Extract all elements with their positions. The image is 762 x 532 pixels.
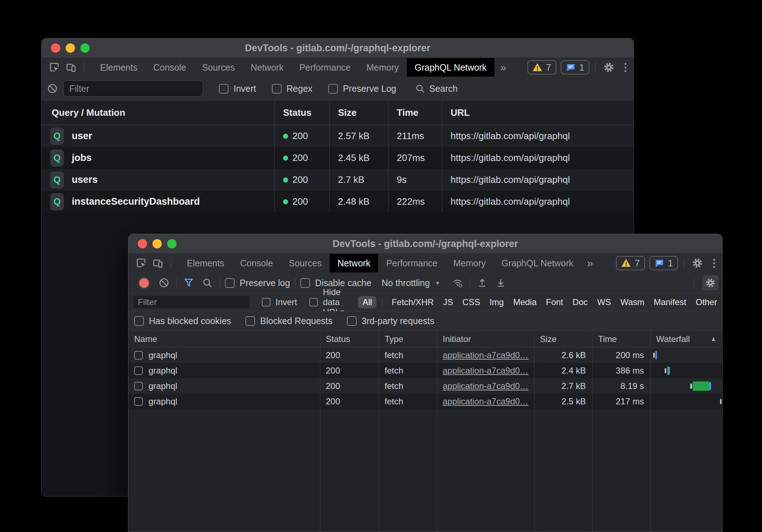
column-initiator[interactable]: Initiator bbox=[437, 334, 534, 344]
settings-gear-icon[interactable] bbox=[601, 58, 617, 77]
tab-performance[interactable]: Performance bbox=[378, 254, 445, 272]
tab-network[interactable]: Network bbox=[243, 58, 292, 77]
regex-checkbox[interactable] bbox=[272, 84, 282, 94]
column-time[interactable]: Time bbox=[592, 334, 650, 344]
table-row[interactable]: Qjobs 200 2.45 kB 207ms https://gitlab.c… bbox=[42, 147, 634, 169]
invert-checkbox[interactable] bbox=[262, 298, 271, 307]
network-conditions-icon[interactable] bbox=[448, 277, 467, 288]
column-size[interactable]: Size bbox=[329, 107, 388, 118]
preserve-log-checkbox[interactable] bbox=[328, 84, 338, 94]
minimize-button[interactable] bbox=[66, 43, 75, 53]
warnings-badge[interactable]: 7 bbox=[527, 60, 556, 75]
tab-graphql-network[interactable]: GraphQL Network bbox=[407, 58, 495, 77]
close-button[interactable] bbox=[51, 43, 60, 53]
third-party-requests-checkbox[interactable] bbox=[347, 316, 357, 326]
initiator-link[interactable]: application-a7ca9d0… bbox=[443, 366, 528, 375]
issues-badge[interactable]: 1 bbox=[561, 60, 589, 75]
zoom-button[interactable] bbox=[167, 239, 177, 248]
filter-input[interactable] bbox=[63, 80, 203, 97]
column-size[interactable]: Size bbox=[534, 334, 592, 344]
panel-settings-gear-icon[interactable] bbox=[702, 275, 719, 290]
clear-icon[interactable] bbox=[42, 83, 63, 94]
device-toolbar-icon[interactable] bbox=[65, 61, 77, 74]
tab-console[interactable]: Console bbox=[145, 58, 194, 77]
tab-console[interactable]: Console bbox=[232, 254, 281, 272]
has-blocked-cookies-checkbox[interactable] bbox=[134, 316, 144, 326]
inspect-element-icon[interactable] bbox=[48, 61, 61, 74]
tab-sources[interactable]: Sources bbox=[281, 254, 330, 272]
column-url[interactable]: URL bbox=[442, 107, 634, 118]
preserve-log-checkbox[interactable] bbox=[225, 278, 235, 288]
filter-funnel-icon[interactable] bbox=[179, 277, 198, 288]
invert-checkbox[interactable] bbox=[219, 84, 229, 94]
warnings-badge[interactable]: 7 bbox=[616, 256, 645, 270]
blocked-requests-checkbox[interactable] bbox=[245, 316, 255, 326]
search-icon[interactable] bbox=[198, 277, 217, 288]
disable-cache-checkbox[interactable] bbox=[300, 278, 310, 288]
zoom-button[interactable] bbox=[80, 43, 90, 53]
device-toolbar-icon[interactable] bbox=[151, 257, 164, 270]
kebab-menu-icon[interactable] bbox=[706, 254, 722, 272]
tab-sources[interactable]: Sources bbox=[194, 58, 243, 77]
tab-graphql-network[interactable]: GraphQL Network bbox=[494, 254, 582, 272]
tab-elements[interactable]: Elements bbox=[179, 254, 232, 272]
request-checkbox[interactable] bbox=[134, 397, 143, 406]
column-status[interactable]: Status bbox=[320, 334, 379, 344]
filter-type-js[interactable]: JS bbox=[443, 297, 453, 307]
tab-memory[interactable]: Memory bbox=[445, 254, 493, 272]
column-type[interactable]: Type bbox=[379, 334, 437, 344]
request-checkbox[interactable] bbox=[134, 366, 143, 375]
filter-type-media[interactable]: Media bbox=[513, 297, 536, 307]
initiator-link[interactable]: application-a7ca9d0… bbox=[443, 350, 528, 360]
filter-type-doc[interactable]: Doc bbox=[573, 297, 588, 307]
filter-type-css[interactable]: CSS bbox=[462, 297, 480, 307]
column-name[interactable]: Name bbox=[128, 334, 320, 344]
inspect-element-icon[interactable] bbox=[135, 257, 148, 270]
request-checkbox[interactable] bbox=[134, 382, 143, 390]
minimize-button[interactable] bbox=[152, 239, 162, 248]
table-row[interactable]: graphql 200 fetch application-a7ca9d0… 2… bbox=[128, 394, 722, 409]
table-row[interactable]: Qusers 200 2.7 kB 9s https://gitlab.com/… bbox=[42, 169, 634, 191]
filter-type-other[interactable]: Other bbox=[696, 297, 717, 307]
devtools-tool-icons bbox=[128, 254, 179, 272]
table-row[interactable]: Quser 200 2.57 kB 211ms https://gitlab.c… bbox=[42, 125, 634, 147]
table-row[interactable]: graphql 200 fetch application-a7ca9d0… 2… bbox=[128, 347, 722, 363]
filter-type-fetch-xhr[interactable]: Fetch/XHR bbox=[392, 297, 434, 307]
issues-badge[interactable]: 1 bbox=[649, 256, 678, 270]
filter-type-all[interactable]: All bbox=[358, 296, 376, 308]
clear-icon[interactable] bbox=[155, 277, 173, 288]
kebab-menu-icon[interactable] bbox=[617, 58, 634, 77]
more-tabs-icon[interactable]: » bbox=[581, 254, 599, 272]
request-checkbox[interactable] bbox=[134, 351, 143, 360]
column-time[interactable]: Time bbox=[388, 107, 442, 118]
table-row[interactable]: QinstanceSecurityDashboard 200 2.48 kB 2… bbox=[42, 191, 634, 213]
filter-type-manifest[interactable]: Manifest bbox=[654, 297, 686, 307]
graphql-filter-bar: Invert Regex Preserve Log Search bbox=[42, 77, 634, 101]
search-button[interactable]: Search bbox=[415, 84, 458, 94]
filter-type-img[interactable]: Img bbox=[489, 297, 504, 307]
filter-type-ws[interactable]: WS bbox=[597, 297, 611, 307]
more-tabs-icon[interactable]: » bbox=[494, 58, 512, 77]
export-har-icon[interactable] bbox=[491, 277, 510, 288]
import-har-icon[interactable] bbox=[473, 277, 491, 288]
column-status[interactable]: Status bbox=[274, 107, 329, 118]
throttling-dropdown[interactable]: No throttling ▼ bbox=[381, 278, 440, 288]
column-query-mutation[interactable]: Query / Mutation bbox=[42, 107, 274, 118]
record-button[interactable] bbox=[139, 278, 149, 288]
initiator-link[interactable]: application-a7ca9d0… bbox=[443, 396, 528, 406]
table-row[interactable]: graphql 200 fetch application-a7ca9d0… 2… bbox=[128, 378, 722, 394]
settings-gear-icon[interactable] bbox=[689, 254, 706, 272]
filter-type-font[interactable]: Font bbox=[546, 297, 563, 307]
table-row[interactable]: graphql 200 fetch application-a7ca9d0… 2… bbox=[128, 363, 722, 378]
initiator-link[interactable]: application-a7ca9d0… bbox=[443, 381, 528, 391]
close-button[interactable] bbox=[138, 239, 147, 248]
filter-input[interactable] bbox=[133, 296, 250, 308]
tab-performance[interactable]: Performance bbox=[291, 58, 358, 77]
tab-network[interactable]: Network bbox=[330, 254, 378, 272]
divider bbox=[382, 298, 382, 307]
tab-elements[interactable]: Elements bbox=[92, 58, 145, 77]
filter-type-wasm[interactable]: Wasm bbox=[620, 297, 644, 307]
hide-data-urls-checkbox[interactable] bbox=[309, 298, 318, 307]
column-waterfall[interactable]: Waterfall ▲ bbox=[650, 334, 722, 344]
tab-memory[interactable]: Memory bbox=[358, 58, 406, 77]
